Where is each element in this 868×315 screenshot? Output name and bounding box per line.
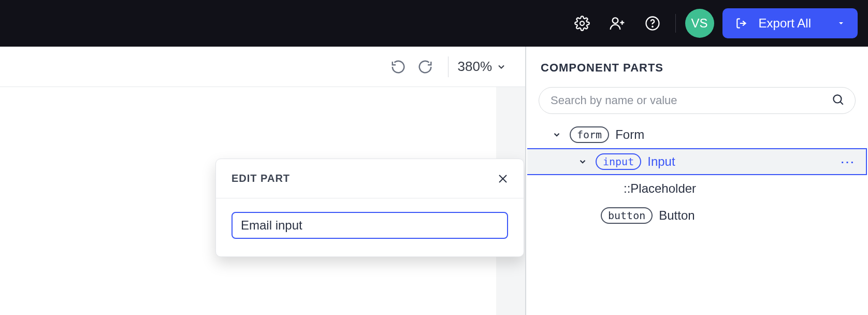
popover-title: EDIT PART [232, 173, 290, 184]
search-icon [831, 93, 845, 108]
app-header: VS Export All [0, 0, 868, 47]
part-name-input[interactable] [232, 212, 508, 239]
tree-label-input: Input [647, 154, 675, 169]
tag-input: input [596, 153, 641, 170]
add-user-icon[interactable] [605, 11, 630, 36]
header-divider [675, 14, 676, 33]
svg-point-3 [652, 26, 653, 27]
popover-body [216, 198, 524, 256]
tree-label-placeholder: ::Placeholder [624, 181, 696, 196]
more-icon[interactable]: ⋯ [840, 153, 856, 170]
export-all-button[interactable]: Export All [722, 8, 858, 38]
search-field[interactable] [539, 87, 856, 114]
popover-header: EDIT PART [216, 159, 524, 198]
caret-down-icon [837, 16, 845, 31]
tag-form: form [570, 126, 609, 143]
tree-row-input[interactable]: input Input ⋯ [527, 148, 867, 175]
tree-row-form[interactable]: form Form [526, 121, 868, 148]
svg-point-0 [580, 21, 584, 25]
tree-label-button: Button [659, 208, 695, 223]
panel-title: COMPONENT PARTS [526, 47, 868, 75]
canvas-toolbar: 380% [0, 47, 525, 87]
tree-row-placeholder[interactable]: ::Placeholder [526, 175, 868, 202]
redo-button[interactable] [415, 56, 436, 77]
export-label: Export All [759, 16, 811, 31]
tree-label-form: Form [615, 127, 644, 142]
toolbar-divider [448, 56, 449, 77]
avatar[interactable]: VS [685, 9, 714, 38]
search-input[interactable] [549, 93, 831, 108]
tag-button: button [601, 207, 653, 224]
undo-button[interactable] [388, 56, 409, 77]
chevron-down-icon[interactable] [577, 156, 588, 167]
tree-row-button[interactable]: button Button [526, 202, 868, 229]
gear-icon[interactable] [570, 11, 595, 36]
export-icon [735, 17, 748, 30]
zoom-dropdown[interactable]: 380% [458, 59, 507, 75]
chevron-down-icon[interactable] [551, 129, 562, 140]
chevron-down-icon [496, 62, 507, 72]
help-icon[interactable] [640, 11, 665, 36]
svg-point-4 [833, 95, 841, 103]
close-button[interactable] [495, 170, 511, 187]
zoom-label: 380% [458, 59, 493, 75]
edit-part-popover: EDIT PART [215, 159, 524, 257]
side-panel: COMPONENT PARTS form Form input Input ⋯ … [525, 47, 868, 315]
svg-point-1 [612, 18, 618, 23]
component-tree: form Form input Input ⋯ ::Placeholder bu… [526, 121, 868, 229]
